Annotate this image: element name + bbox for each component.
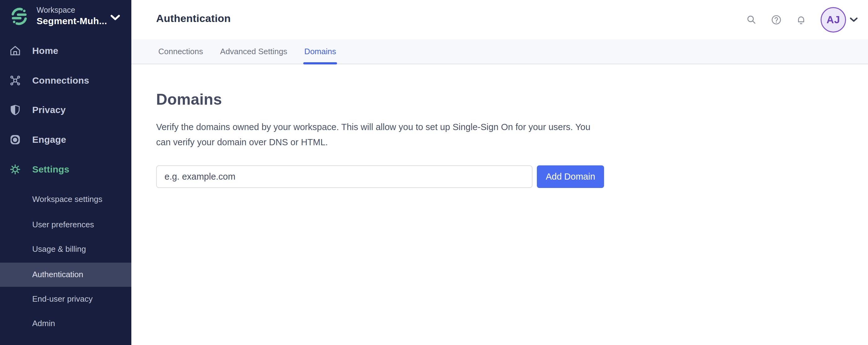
- sidebar-subitem-label: Workspace settings: [32, 194, 102, 204]
- add-domain-form: Add Domain: [156, 165, 604, 188]
- workspace-switcher[interactable]: Workspace Segment-Muh...: [0, 0, 131, 35]
- sidebar-item-label: Connections: [32, 75, 89, 86]
- topbar-actions: AJ: [746, 7, 858, 33]
- tab-label: Connections: [158, 47, 203, 56]
- sidebar-item-label: Engage: [32, 134, 66, 145]
- section-description: Verify the domains owned by your workspa…: [156, 120, 597, 150]
- tab-bar: Connections Advanced Settings Domains: [131, 39, 868, 64]
- domains-panel: Domains Verify the domains owned by your…: [131, 65, 868, 345]
- sidebar-subitem-label: End-user privacy: [32, 294, 93, 304]
- tab-domains[interactable]: Domains: [303, 39, 337, 63]
- tab-advanced-settings[interactable]: Advanced Settings: [219, 39, 288, 63]
- gear-icon: [9, 163, 21, 175]
- sidebar-subitem-label: User preferences: [32, 220, 94, 229]
- sidebar-item-end-user-privacy[interactable]: End-user privacy: [32, 291, 93, 307]
- app-window: Workspace Segment-Muh... Home: [0, 0, 868, 345]
- sidebar-item-workspace-settings[interactable]: Workspace settings: [32, 191, 102, 207]
- avatar-initials: AJ: [827, 14, 840, 26]
- user-menu-chevron-down-icon[interactable]: [850, 17, 858, 23]
- page-title: Authentication: [156, 12, 231, 25]
- chevron-down-icon[interactable]: [110, 14, 120, 21]
- section-heading: Domains: [156, 90, 222, 108]
- workspace-name: Segment-Muh...: [36, 15, 107, 27]
- help-icon[interactable]: [771, 14, 782, 25]
- sidebar-item-label: Settings: [32, 164, 69, 175]
- tab-label: Advanced Settings: [220, 47, 287, 56]
- sidebar-item-label: Privacy: [32, 105, 66, 115]
- sidebar: Workspace Segment-Muh... Home: [0, 0, 131, 345]
- sidebar-item-usage-billing[interactable]: Usage & billing: [32, 241, 86, 257]
- sidebar-subitem-label: Authentication: [32, 270, 83, 279]
- sidebar-item-privacy[interactable]: Privacy: [0, 101, 131, 119]
- sidebar-item-user-preferences[interactable]: User preferences: [32, 217, 94, 232]
- main-area: Authentication AJ: [131, 0, 868, 345]
- sidebar-item-home[interactable]: Home: [0, 41, 131, 60]
- sidebar-item-label: Home: [32, 45, 58, 56]
- sidebar-subitem-label: Admin: [32, 319, 55, 328]
- engage-icon: [9, 134, 21, 146]
- sidebar-item-admin[interactable]: Admin: [32, 316, 55, 331]
- notifications-bell-icon[interactable]: [796, 14, 807, 25]
- tab-label: Domains: [304, 47, 336, 56]
- search-icon[interactable]: [746, 14, 757, 25]
- segment-logo-icon: [9, 6, 29, 27]
- domain-input[interactable]: [156, 165, 532, 188]
- add-domain-button[interactable]: Add Domain: [537, 165, 604, 188]
- top-bar: Authentication AJ: [131, 0, 868, 39]
- sidebar-item-engage[interactable]: Engage: [0, 130, 131, 149]
- avatar[interactable]: AJ: [820, 7, 846, 33]
- sidebar-subitem-label: Usage & billing: [32, 244, 86, 254]
- home-icon: [9, 45, 21, 57]
- tab-connections[interactable]: Connections: [157, 39, 204, 63]
- sidebar-item-settings[interactable]: Settings: [0, 160, 131, 179]
- workspace-label: Workspace: [36, 5, 107, 15]
- shield-icon: [9, 104, 21, 116]
- sidebar-item-authentication[interactable]: Authentication: [32, 266, 83, 282]
- connections-icon: [9, 75, 21, 86]
- sidebar-item-connections[interactable]: Connections: [0, 71, 131, 90]
